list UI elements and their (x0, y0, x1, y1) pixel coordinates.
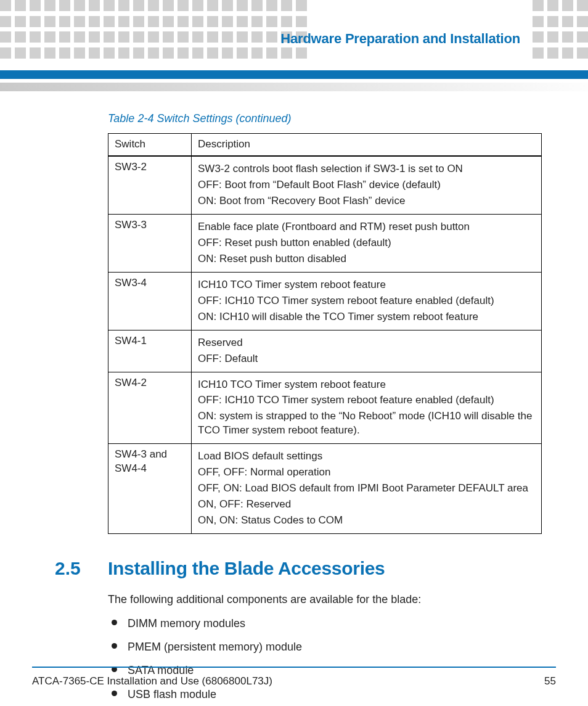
table-row: SW4-3 and SW4-4Load BIOS default setting… (108, 444, 542, 534)
switch-cell: SW4-2 (108, 372, 192, 444)
description-line: ON: Boot from “Recovery Boot Flash” devi… (198, 194, 535, 208)
footer-doc: ATCA-7365-CE Installation and Use (68068… (32, 675, 272, 688)
description-line: ON: ICH10 will disable the TCO Timer sys… (198, 310, 535, 324)
list-item: USB flash module (108, 687, 542, 702)
description-line: ON, OFF: Reserved (198, 498, 535, 512)
chapter-title: Hardware Preparation and Installation (280, 31, 520, 47)
section-intro: The following additional components are … (108, 592, 542, 607)
description-line: ON: system is strapped to the “No Reboot… (198, 409, 535, 438)
description-cell: ReservedOFF: Default (192, 330, 542, 372)
description-line: Load BIOS default settings (198, 449, 535, 464)
description-cell: ICH10 TCO Timer system reboot featureOFF… (192, 272, 542, 330)
header-dots-left (0, 0, 302, 59)
description-line: ON, ON: Status Codes to COM (198, 514, 535, 528)
footer-page: 55 (544, 675, 556, 688)
description-line: OFF: Boot from “Default Boot Flash” devi… (198, 178, 535, 192)
description-cell: SW3-2 controls boot flash selection if S… (192, 156, 542, 214)
footer-rule (32, 667, 556, 668)
bullet-list: DIMM memory modulesPMEM (persistent memo… (108, 616, 542, 706)
description-line: OFF, ON: Load BIOS default from IPMI Boo… (198, 482, 535, 496)
header-gray-gradient (0, 83, 588, 91)
section-number: 2.5 (55, 556, 89, 581)
table-caption: Table 2-4 Switch Settings (continued) (108, 111, 542, 126)
description-cell: Enable face plate (Frontboard and RTM) r… (192, 215, 542, 273)
table-row: SW4-2ICH10 TCO Timer system reboot featu… (108, 372, 542, 444)
switch-cell: SW3-2 (108, 156, 192, 214)
description-line: SW3-2 controls boot flash selection if S… (198, 162, 535, 176)
table-row: SW4-1ReservedOFF: Default (108, 330, 542, 372)
description-line: ICH10 TCO Timer system reboot feature (198, 378, 535, 392)
description-line: OFF: Reset push button enabled (default) (198, 236, 535, 250)
description-cell: ICH10 TCO Timer system reboot featureOFF… (192, 372, 542, 444)
header-dots-right (526, 0, 588, 59)
header-blue-rule (0, 70, 588, 79)
description-line: Enable face plate (Frontboard and RTM) r… (198, 220, 535, 234)
table-row: SW3-3Enable face plate (Frontboard and R… (108, 215, 542, 273)
description-line: ICH10 TCO Timer system reboot feature (198, 278, 535, 292)
table-row: SW3-4ICH10 TCO Timer system reboot featu… (108, 272, 542, 330)
description-line: ON: Reset push button disabled (198, 252, 535, 266)
switch-settings-table: Switch Description SW3-2SW3-2 controls b… (108, 133, 542, 534)
switch-cell: SW4-3 and SW4-4 (108, 444, 192, 534)
list-item: DIMM memory modules (108, 616, 542, 631)
col-switch: Switch (108, 134, 192, 156)
col-description: Description (192, 134, 542, 156)
table-row: SW3-2SW3-2 controls boot flash selection… (108, 156, 542, 214)
description-line: OFF: ICH10 TCO Timer system reboot featu… (198, 393, 535, 408)
description-cell: Load BIOS default settingsOFF, OFF: Norm… (192, 444, 542, 534)
description-line: OFF: Default (198, 352, 535, 366)
description-line: OFF, OFF: Normal operation (198, 466, 535, 480)
switch-cell: SW3-4 (108, 272, 192, 330)
switch-cell: SW3-3 (108, 215, 192, 273)
description-line: Reserved (198, 336, 535, 350)
description-line: OFF: ICH10 TCO Timer system reboot featu… (198, 294, 535, 308)
section-title: Installing the Blade Accessories (108, 556, 385, 581)
switch-cell: SW4-1 (108, 330, 192, 372)
list-item: PMEM (persistent memory) module (108, 639, 542, 654)
